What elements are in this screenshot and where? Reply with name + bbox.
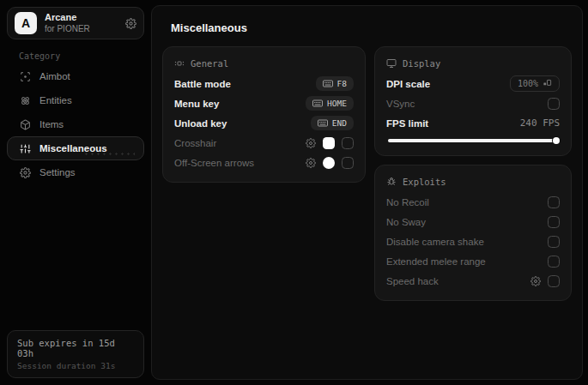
setting-row-no-recoil: No Recoil [386,192,560,212]
setting-label: Speed hack [386,276,530,286]
general-panel: General Battle mode [162,46,366,183]
sidebar-item-entities[interactable]: Entities [7,88,144,112]
brand-card[interactable]: A Arcane for PIONER [7,7,144,39]
dpi-scale-value: 100% [518,79,538,88]
setting-label: VSync [386,99,548,109]
fps-limit-slider[interactable] [388,139,558,142]
setting-label: FPS limit [386,118,520,129]
app-name: Arcane [45,12,118,24]
battle-mode-keybind-button[interactable]: F8 [316,76,354,91]
sidebar-item-miscellaneous[interactable]: Miscellaneous [7,136,144,160]
sidebar-item-label: Aimbot [39,71,70,81]
slider-knob[interactable] [553,137,560,144]
gear-icon[interactable] [306,158,316,168]
package-icon [20,119,31,130]
scale-resize-icon [543,79,552,88]
setting-label: Off-Screen arrows [174,158,306,168]
gear-icon[interactable] [530,276,541,286]
display-panel: Display DPI scale 100% [374,46,572,156]
keybind-value: F8 [337,79,347,88]
setting-row-crosshair: Crosshair [174,133,354,153]
selected-item-dots-decoration [83,152,135,156]
setting-row-extended-melee-range: Extended melee range [386,251,560,271]
setting-label: Battle mode [174,79,316,89]
fps-limit-value: 240 FPS [520,117,560,129]
vsync-checkbox[interactable] [548,98,560,110]
extended-melee-range-checkbox[interactable] [548,256,560,268]
crosshair-color-swatch[interactable] [323,137,335,149]
sidebar-item-label: Settings [39,167,76,177]
no-recoil-checkbox[interactable] [548,196,560,208]
dpi-scale-select[interactable]: 100% [510,75,560,92]
exploits-panel: Exploits No Recoil No Sway [374,165,572,301]
gear-icon[interactable] [306,138,316,148]
setting-label: No Sway [386,217,548,227]
page-title: Miscellaneous [171,21,572,34]
keyboard-icon [318,119,328,127]
setting-label: Extended melee range [386,256,548,267]
sidebar-item-label: Items [39,119,64,129]
keybind-value: HOME [327,99,347,108]
setting-label: DPI scale [386,79,510,89]
panel-title: General [191,58,228,69]
monitor-icon [386,58,397,69]
gear-icon[interactable] [125,18,136,29]
panel-title: Exploits [403,177,446,187]
keyboard-icon [323,80,333,87]
setting-row-offscreen-arrows: Off-Screen arrows [174,153,354,172]
setting-label: Crosshair [174,138,306,148]
subscription-status-card: Sub expires in 15d 03h Session duration … [7,330,144,378]
setting-label: No Recoil [386,197,548,208]
disable-camera-shake-checkbox[interactable] [548,236,560,248]
gear-icon [20,167,31,178]
sliders-icon [20,143,31,154]
sidebar-item-items[interactable]: Items [7,112,144,136]
setting-label: Menu key [174,99,306,109]
setting-row-no-sway: No Sway [386,212,560,232]
sidebar-item-label: Entities [39,95,72,105]
setting-row-disable-camera-shake: Disable camera shake [386,232,560,251]
setting-label: Unload key [174,118,311,129]
atom-icon [20,95,31,106]
no-sway-checkbox[interactable] [548,216,560,228]
setting-row-unload-key: Unload key END [174,113,354,133]
keyboard-icon [312,99,323,107]
bug-icon [386,177,397,187]
setting-row-fps-limit: FPS limit 240 FPS [386,113,560,133]
setting-row-speed-hack: Speed hack [386,271,560,291]
setting-label: Disable camera shake [386,237,548,247]
setting-row-menu-key: Menu key HOME [174,93,354,113]
sidebar-item-aimbot[interactable]: Aimbot [7,64,144,88]
sidebar: A Arcane for PIONER Category [0,0,151,385]
app-window: A Arcane for PIONER Category [0,0,588,385]
sub-expiry-text: Sub expires in 15d 03h [17,338,134,358]
setting-row-vsync: VSync [386,93,560,113]
main-content: Miscellaneous General B [151,5,583,380]
session-duration-text: Session duration 31s [17,361,134,370]
crosshair-scan-icon [20,71,31,82]
speed-hack-checkbox[interactable] [548,275,560,287]
sidebar-item-settings[interactable]: Settings [7,160,144,184]
panel-title: Display [403,58,440,69]
setting-row-dpi-scale: DPI scale 100% [386,74,560,93]
sidebar-nav: Aimbot Entities [7,64,144,184]
crosshair-checkbox[interactable] [342,137,354,149]
app-logo: A [15,12,37,34]
category-label: Category [19,51,144,61]
grid-dots-icon [174,58,185,69]
slider-fill [388,139,556,142]
app-subtitle: for PIONER [45,24,118,35]
unload-key-keybind-button[interactable]: END [311,116,354,130]
keybind-value: END [332,118,347,128]
offscreen-arrows-color-swatch[interactable] [323,157,335,169]
setting-row-battle-mode: Battle mode F8 [174,74,354,93]
offscreen-arrows-checkbox[interactable] [342,157,354,169]
menu-key-keybind-button[interactable]: HOME [306,96,354,111]
brand-text: Arcane for PIONER [45,12,118,34]
